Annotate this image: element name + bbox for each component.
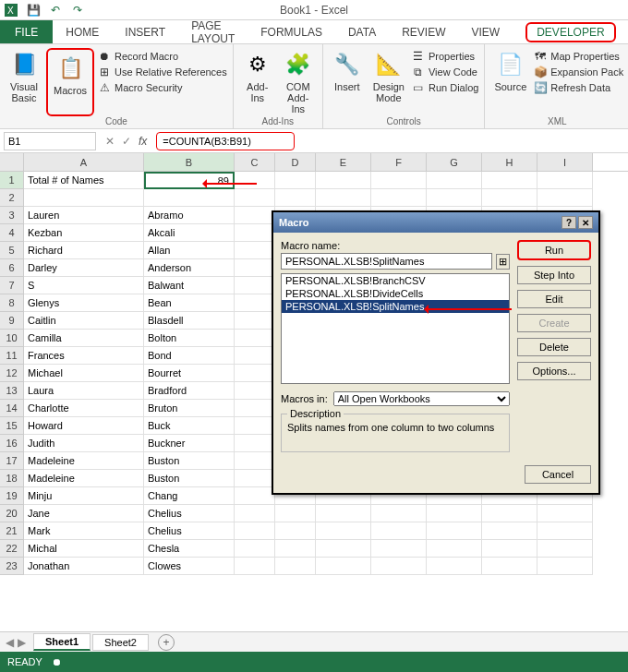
cell[interactable] <box>235 207 275 224</box>
tab-developer[interactable]: DEVELOPER <box>513 20 628 43</box>
dialog-titlebar[interactable]: Macro ? ✕ <box>273 212 598 233</box>
cell[interactable] <box>235 417 275 435</box>
cell[interactable] <box>482 505 537 522</box>
row-header[interactable]: 3 <box>0 207 24 224</box>
cell[interactable] <box>482 540 537 558</box>
cell[interactable] <box>235 224 275 242</box>
macro-record-icon[interactable]: ⏺ <box>52 656 62 667</box>
fx-icon[interactable]: fx <box>139 135 147 148</box>
record-macro-button[interactable]: ⏺Record Macro <box>98 50 227 63</box>
run-button[interactable]: Run <box>517 240 591 260</box>
cell[interactable] <box>235 400 275 417</box>
cell[interactable]: Michal <box>24 540 144 558</box>
row-header[interactable]: 14 <box>0 400 24 417</box>
name-box[interactable]: B1 <box>4 132 96 150</box>
reference-icon[interactable]: ⊞ <box>496 254 510 270</box>
cell[interactable]: Judith <box>24 435 144 452</box>
expansion-packs-button[interactable]: 📦Expansion Pack <box>534 66 623 78</box>
col-header[interactable]: F <box>371 153 427 171</box>
properties-button[interactable]: ☰Properties <box>412 50 478 63</box>
cell[interactable]: Clowes <box>144 558 235 575</box>
cell[interactable] <box>235 487 275 505</box>
design-mode-button[interactable]: 📐Design Mode <box>369 48 408 116</box>
view-code-button[interactable]: ⧉View Code <box>412 66 478 78</box>
cell[interactable]: Darley <box>24 259 144 277</box>
cell[interactable]: Charlotte <box>24 400 144 417</box>
cell[interactable] <box>24 189 144 207</box>
cell[interactable] <box>537 172 593 189</box>
row-header[interactable]: 19 <box>0 487 24 505</box>
sheet-tab[interactable]: Sheet1 <box>33 633 91 651</box>
macros-in-select[interactable]: All Open Workbooks <box>333 391 510 406</box>
cell[interactable]: Jane <box>24 505 144 522</box>
tab-page-layout[interactable]: PAGE LAYOUT <box>178 20 248 43</box>
cell[interactable]: Abramo <box>144 207 235 224</box>
row-header[interactable]: 9 <box>0 312 24 330</box>
cell[interactable] <box>235 505 275 522</box>
cell[interactable] <box>275 505 316 522</box>
col-header[interactable]: I <box>537 153 593 171</box>
row-header[interactable]: 21 <box>0 522 24 540</box>
cell[interactable] <box>275 172 316 189</box>
tab-view[interactable]: VIEW <box>459 20 513 43</box>
run-dialog-button[interactable]: ▭Run Dialog <box>412 81 478 94</box>
cell[interactable]: Howard <box>24 417 144 435</box>
row-header[interactable]: 16 <box>0 435 24 452</box>
macro-security-button[interactable]: ⚠Macro Security <box>98 81 227 94</box>
cell[interactable]: Bruton <box>144 400 235 417</box>
macros-button[interactable]: 📋 Macros <box>50 52 91 98</box>
row-header[interactable]: 6 <box>0 259 24 277</box>
cell[interactable] <box>371 172 427 189</box>
row-header[interactable]: 17 <box>0 452 24 470</box>
row-header[interactable]: 1 <box>0 172 24 189</box>
tab-home[interactable]: HOME <box>53 20 112 43</box>
row-header[interactable]: 10 <box>0 330 24 347</box>
cell[interactable] <box>371 522 427 540</box>
cell[interactable]: Bolton <box>144 330 235 347</box>
cell[interactable] <box>275 558 316 575</box>
cell[interactable] <box>235 540 275 558</box>
cell[interactable] <box>371 540 427 558</box>
cell[interactable] <box>316 172 371 189</box>
cell[interactable]: Jonathan <box>24 558 144 575</box>
cell[interactable]: Chesla <box>144 540 235 558</box>
cell[interactable]: Chelius <box>144 522 235 540</box>
edit-button[interactable]: Edit <box>517 290 591 308</box>
cell[interactable] <box>371 505 427 522</box>
cell[interactable]: Kezban <box>24 224 144 242</box>
visual-basic-button[interactable]: 📘 Visual Basic <box>6 48 42 116</box>
cell[interactable] <box>482 189 537 207</box>
tab-formulas[interactable]: FORMULAS <box>248 20 335 43</box>
row-header[interactable]: 5 <box>0 242 24 259</box>
row-header[interactable]: 4 <box>0 224 24 242</box>
cell[interactable] <box>235 522 275 540</box>
cell[interactable]: Mark <box>24 522 144 540</box>
cell[interactable] <box>537 558 593 575</box>
use-relative-refs-button[interactable]: ⊞Use Relative References <box>98 66 227 78</box>
step-into-button[interactable]: Step Into <box>517 266 591 284</box>
sheet-nav[interactable]: ◀▶ <box>6 636 31 649</box>
list-item[interactable]: PERSONAL.XLSB!SplitNames <box>282 300 509 313</box>
formula-input[interactable]: =COUNTA(B3:B91) <box>156 132 295 150</box>
cell[interactable] <box>537 189 593 207</box>
cell[interactable] <box>235 435 275 452</box>
cell[interactable]: Chelius <box>144 505 235 522</box>
cell[interactable]: Buston <box>144 452 235 470</box>
cell[interactable]: Frances <box>24 347 144 365</box>
cell[interactable]: Bradford <box>144 382 235 400</box>
redo-icon[interactable]: ↷ <box>70 3 85 18</box>
enter-icon[interactable]: ✓ <box>122 135 131 148</box>
cell[interactable] <box>275 189 316 207</box>
cell[interactable] <box>235 365 275 382</box>
cell[interactable] <box>537 505 593 522</box>
row-header[interactable]: 11 <box>0 347 24 365</box>
cell[interactable]: Buck <box>144 417 235 435</box>
list-item[interactable]: PERSONAL.XLSB!BranchCSV <box>282 274 509 287</box>
prev-sheet-icon[interactable]: ◀ <box>6 636 14 649</box>
row-header[interactable]: 23 <box>0 558 24 575</box>
cell[interactable] <box>482 172 537 189</box>
cell[interactable]: Akcali <box>144 224 235 242</box>
row-header[interactable]: 15 <box>0 417 24 435</box>
cell[interactable]: 89 <box>144 172 235 189</box>
next-sheet-icon[interactable]: ▶ <box>18 636 26 649</box>
